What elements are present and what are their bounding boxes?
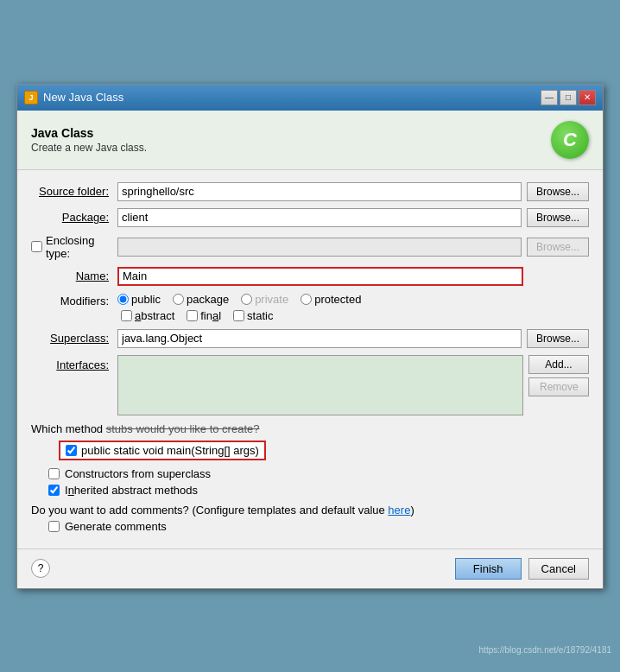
title-bar: J New Java Class — □ ✕ [17,85,603,111]
maximize-button[interactable]: □ [560,90,577,105]
form-content: Source folder: Browse... Package: Browse… [17,170,603,548]
comments-link[interactable]: here [388,504,410,517]
title-bar-buttons: — □ ✕ [541,90,596,105]
inherited-checkbox[interactable] [48,485,60,496]
package-label: package [187,293,229,306]
method-stubs-text: stubs would you like to create? [106,422,260,435]
main-method-row: public static void main(String[] args) [45,441,589,464]
name-row: Name: [31,267,589,286]
enclosing-type-browse-button[interactable]: Browse... [527,238,589,257]
header-title: Java Class [31,126,147,140]
generate-comments-checkbox[interactable] [48,521,60,532]
constructors-label: Constructors from superclass [65,467,211,480]
footer-left: ? [31,559,50,578]
dialog-title: New Java Class [43,91,123,104]
java-class-icon: C [551,121,589,159]
final-checkbox[interactable] [187,310,198,321]
generate-comments-label: Generate comments [65,520,167,533]
header-subtitle: Create a new Java class. [31,142,147,154]
package-label: Package: [31,211,117,224]
static-checkbox[interactable] [233,310,244,321]
modifiers-section: public package private protected [117,293,361,322]
interfaces-buttons: Add... Remove [528,355,589,396]
private-radio-item: private [241,293,288,306]
interfaces-textarea[interactable] [117,355,523,415]
abstract-checkbox[interactable] [121,310,132,321]
inherited-label: Inherited abstract methods [65,484,198,497]
main-method-label: public static void main(String[] args) [81,444,259,457]
private-radio[interactable] [241,294,252,305]
interfaces-add-button[interactable]: Add... [528,355,589,374]
header-text: Java Class Create a new Java class. [31,126,147,154]
package-input[interactable] [117,208,522,227]
package-browse-button[interactable]: Browse... [527,208,589,227]
source-folder-label: Source folder: [31,185,117,198]
interfaces-label: Interfaces: [31,355,117,371]
private-label: private [255,293,288,306]
minimize-button[interactable]: — [541,90,558,105]
protected-label: protected [314,293,361,306]
modifiers-label: Modifiers: [31,293,117,307]
footer-right: Finish Cancel [455,558,589,580]
abstract-checkbox-item: abstract [121,309,174,322]
modifier-checkbox-group: abstract final static [121,309,361,322]
enclosing-type-label: Enclosing type: [46,234,109,260]
constructors-checkbox[interactable] [48,468,60,479]
name-input[interactable] [117,267,523,286]
public-label: public [131,293,161,306]
new-java-class-dialog: J New Java Class — □ ✕ Java Class Create… [16,84,604,589]
close-button[interactable]: ✕ [579,90,596,105]
source-folder-browse-button[interactable]: Browse... [527,182,589,201]
modifiers-row: Modifiers: public package private [31,293,589,322]
source-folder-input[interactable] [117,182,522,201]
inherited-row: Inherited abstract methods [48,484,589,497]
superclass-browse-button[interactable]: Browse... [527,329,589,348]
method-section: Which method stubs would you like to cre… [31,422,589,497]
package-row: Package: Browse... [31,208,589,227]
title-bar-left: J New Java Class [24,91,123,105]
method-question: Which method stubs would you like to cre… [31,422,589,435]
comments-question: Do you want to add comments? (Configure … [31,504,589,517]
interfaces-remove-button[interactable]: Remove [528,377,589,396]
public-radio[interactable] [117,294,129,305]
static-label: static [247,309,273,322]
dialog-icon: J [24,91,38,105]
enclosing-type-checkbox[interactable] [31,241,42,252]
superclass-input[interactable] [117,329,522,348]
enclosing-type-row: Enclosing type: Browse... [31,234,589,260]
header-section: Java Class Create a new Java class. C [17,111,603,170]
interfaces-row: Interfaces: Add... Remove [31,355,589,415]
cancel-button[interactable]: Cancel [528,558,589,580]
main-method-checkbox[interactable] [66,445,77,456]
main-method-highlighted: public static void main(String[] args) [59,441,266,460]
static-checkbox-item: static [233,309,273,322]
help-button[interactable]: ? [31,559,50,578]
package-radio-item: package [173,293,229,306]
superclass-row: Superclass: Browse... [31,329,589,348]
comments-section: Do you want to add comments? (Configure … [31,504,589,533]
final-label: final [200,309,221,322]
abstract-label: abstract [135,309,174,322]
watermark: https://blog.csdn.net/e/18792/4181 [479,645,611,655]
protected-radio-item: protected [301,293,361,306]
constructors-row: Constructors from superclass [48,467,589,480]
source-folder-row: Source folder: Browse... [31,182,589,201]
protected-radio[interactable] [301,294,312,305]
footer: ? Finish Cancel [17,548,603,588]
enclosing-type-input[interactable] [117,238,522,257]
finish-button[interactable]: Finish [455,558,522,580]
package-radio[interactable] [173,294,184,305]
final-checkbox-item: final [187,309,221,322]
generate-comments-row: Generate comments [48,520,589,533]
name-label: Name: [31,269,117,282]
superclass-label: Superclass: [31,332,117,345]
visibility-radio-group: public package private protected [117,293,361,306]
public-radio-item: public [117,293,161,306]
